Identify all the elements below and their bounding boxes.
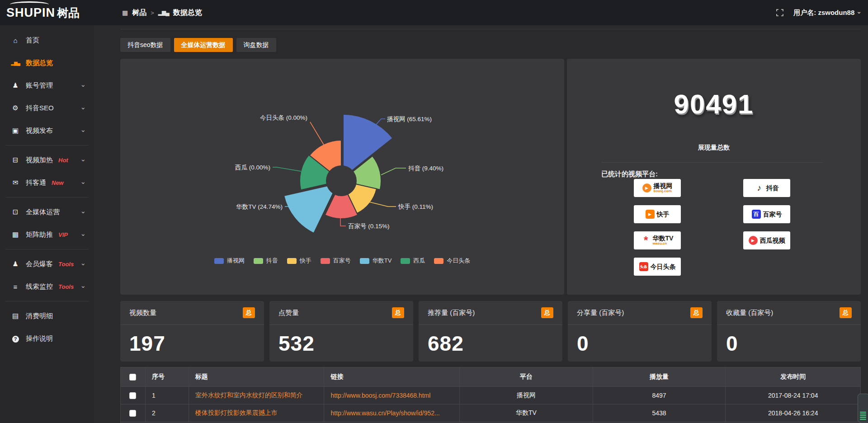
username-label: 用户名: zswodun88 <box>793 9 854 17</box>
stat-value: 0 <box>717 325 861 356</box>
chevron-down-icon: ⌄ <box>80 80 86 89</box>
sidebar-item-label: 操作说明 <box>26 334 53 343</box>
cell-views: 5438 <box>593 404 726 422</box>
chevron-down-icon: ⌄ <box>80 230 86 238</box>
cell-published: 2017-08-24 17:04 <box>726 387 860 404</box>
sidebar-divider <box>5 301 89 301</box>
stat-card-likes: 点赞量 总 532 <box>269 301 413 362</box>
stat-card-shares: 分享量 (百家号) 总 0 <box>568 301 712 362</box>
row-checkbox[interactable] <box>129 410 136 417</box>
widget-bars <box>860 411 866 420</box>
stats-row: 视频数量 总 197 点赞量 总 532 推荐量 (百家号) 总 682 分享量… <box>120 301 861 362</box>
pie-hole <box>326 165 357 196</box>
cell-platform: 华数TV <box>460 404 593 422</box>
table-row: 2 楼体投影灯投影效果震撼上市 http://www.wasu.cn/Play/… <box>121 404 860 422</box>
pie-label: 抖音 (9.40%) <box>408 165 443 172</box>
legend-swatch <box>214 258 224 264</box>
select-all-checkbox[interactable] <box>129 374 136 381</box>
legend-swatch <box>401 258 410 264</box>
sidebar-item-matrix-boost[interactable]: ▦ 矩阵助推 VIP ⌄ <box>0 223 94 246</box>
stat-label: 视频数量 <box>129 309 156 317</box>
sidebar-item-spending-detail[interactable]: ▤ 消费明细 <box>0 305 94 327</box>
sidebar-item-omnimedia[interactable]: ⊡ 全媒体运营 ⌄ <box>0 201 94 223</box>
leader-line <box>273 167 301 171</box>
sidebar-item-account-mgmt[interactable]: ♟ 账号管理 ⌄ <box>0 74 94 97</box>
chevron-down-icon: ⌄ <box>80 155 86 163</box>
sidebar-item-video-publish[interactable]: ▣ 视频发布 ⌄ <box>0 119 94 142</box>
question-circle-icon: ? <box>11 334 20 343</box>
breadcrumb: ▦ 树品 > ▂▆▄ 数据总览 <box>122 0 202 25</box>
sidebar-item-data-overview[interactable]: ▂▆▄ 数据总览 <box>0 52 94 74</box>
chevron-down-icon: ⌄ <box>80 259 86 267</box>
cell-title-link[interactable]: 室外水纹灯和室内水纹灯的区别和简介 <box>189 387 325 404</box>
baijiahao-logo-icon: 百 <box>752 210 761 219</box>
stat-label: 分享量 (百家号) <box>577 309 624 317</box>
platform-badge-wasutv: * 华数TVwasu.cn <box>634 231 681 249</box>
tools-badge: Tools <box>58 261 74 268</box>
platform-badge-xigua: ▶ 西瓜视频 <box>743 231 790 249</box>
cell-platform: 播视网 <box>460 387 593 404</box>
legend-item[interactable]: 今日头条 <box>434 257 470 265</box>
cell-url-link[interactable]: http://www.wasu.cn/Play/show/id/952... <box>324 404 460 422</box>
sidebar-item-label: 首页 <box>26 36 39 45</box>
impressions-total-label: 展现量总数 <box>567 144 861 152</box>
sidebar-item-help[interactable]: ? 操作说明 <box>0 327 94 350</box>
cell-title-link[interactable]: 楼体投影灯投影效果震撼上市 <box>189 404 325 422</box>
tab-inquiry-data[interactable]: 询盘数据 <box>236 38 276 52</box>
floating-scroll-widget[interactable] <box>858 394 868 423</box>
breadcrumb-current[interactable]: 数据总览 <box>173 8 202 18</box>
legend-item[interactable]: 华数TV <box>360 257 392 265</box>
video-publish-icon: ▣ <box>11 127 20 135</box>
sidebar-item-douyin-seo[interactable]: ⚙ 抖音SEO ⌄ <box>0 97 94 119</box>
sidebar-item-label: 抖客通 <box>26 179 46 187</box>
legend-swatch <box>321 258 330 264</box>
grid-icon: ▦ <box>11 230 20 239</box>
sidebar-item-lead-monitor[interactable]: ≡ 线索监控 Tools ⌄ <box>0 275 94 298</box>
sidebar: ⌂ 首页 ▂▆▄ 数据总览 ♟ 账号管理 ⌄ ⚙ 抖音SEO ⌄ ▣ 视频发布 … <box>0 25 94 423</box>
impressions-total: 90491 <box>567 89 861 120</box>
platform-badge-douyin: ♪ 抖音 <box>743 179 790 197</box>
fullscreen-icon[interactable] <box>776 9 783 16</box>
platform-share-chart-card: 播视网 (65.61%) 抖音 (9.40%) 快手 (0.11%) 百家号 (… <box>120 59 564 295</box>
sidebar-item-label: 矩阵助推 <box>26 230 53 239</box>
sidebar-item-video-heat[interactable]: ⊟ 视频加热 Hot ⌄ <box>0 149 94 171</box>
breadcrumb-root[interactable]: 树品 <box>132 8 146 18</box>
wallet-icon: ▤ <box>11 312 20 320</box>
pie-label: 快手 (0.11%) <box>398 203 433 210</box>
douyin-logo-icon: ♪ <box>755 183 764 193</box>
legend-item[interactable]: 抖音 <box>254 257 278 265</box>
stat-value: 532 <box>269 325 413 356</box>
tab-douyin-seo-data[interactable]: 抖音seo数据 <box>120 38 170 52</box>
pie-label: 今日头条 (0.00%) <box>260 114 307 121</box>
leader-line <box>310 122 324 145</box>
gear-icon: ⚙ <box>11 104 20 112</box>
sidebar-item-douketong[interactable]: ✉ 抖客通 New ⌄ <box>0 171 94 194</box>
leader-line <box>381 168 406 175</box>
total-badge: 总 <box>840 307 852 318</box>
sidebar-item-label: 视频加热 <box>26 156 53 164</box>
tab-omnimedia-data[interactable]: 全媒体运营数据 <box>174 38 233 52</box>
toutiao-logo-icon: 头条 <box>639 262 648 271</box>
platform-badge-toutiao: 头条 今日头条 <box>634 258 681 276</box>
wasutv-logo-icon: * <box>642 236 651 245</box>
pie-label: 西瓜 (0.00%) <box>235 164 270 171</box>
xigua-logo-icon: ▶ <box>749 236 758 245</box>
sidebar-item-home[interactable]: ⌂ 首页 <box>0 29 94 52</box>
chevron-down-icon: ⌄ <box>80 103 86 111</box>
row-checkbox[interactable] <box>129 392 136 399</box>
chevron-down-icon: ⌄ <box>80 178 86 186</box>
new-badge: New <box>52 179 64 186</box>
main-content: 抖音seo数据 全媒体运营数据 询盘数据 播视网 (65.61%) 抖音 (9 <box>120 0 861 423</box>
cell-url-link[interactable]: http://www.boosj.com/7338468.html <box>324 387 460 404</box>
pie-label: 百家号 (0.15%) <box>348 223 390 230</box>
legend-item[interactable]: 西瓜 <box>401 257 425 265</box>
legend-item[interactable]: 播视网 <box>214 257 245 265</box>
stat-card-recommends: 推荐量 (百家号) 总 682 <box>419 301 562 362</box>
sidebar-item-label: 消费明细 <box>26 312 53 320</box>
legend-item[interactable]: 快手 <box>287 257 311 265</box>
chat-icon: ✉ <box>11 179 20 187</box>
username-menu[interactable]: 用户名: zswodun88 ⌄ <box>793 9 862 17</box>
header-divider <box>120 29 861 29</box>
legend-item[interactable]: 百家号 <box>321 257 351 265</box>
sidebar-item-member-burst[interactable]: ♟ 会员爆客 Tools ⌄ <box>0 253 94 275</box>
